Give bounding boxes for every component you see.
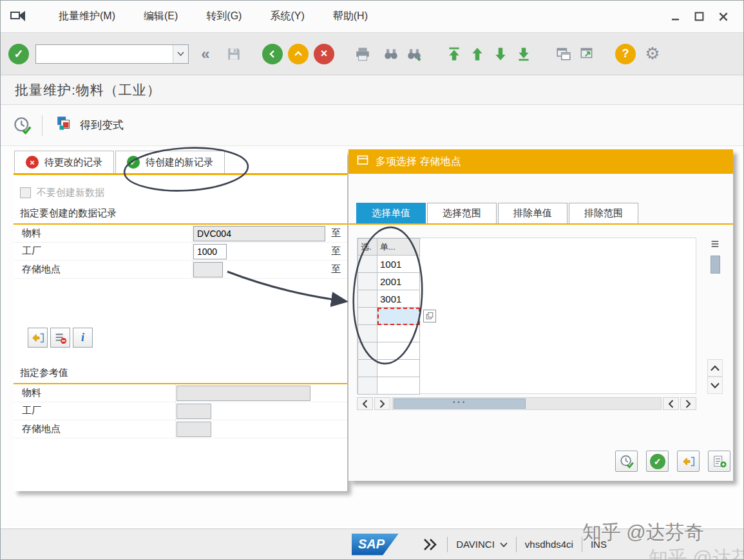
value-cell[interactable]: 3001 bbox=[377, 290, 420, 308]
tab-select-single-values[interactable]: 选择单值 bbox=[356, 203, 426, 223]
close-icon[interactable] bbox=[718, 11, 729, 23]
info-button[interactable]: i bbox=[73, 328, 93, 348]
row-selector-cell[interactable] bbox=[358, 308, 377, 325]
column-header-single-value[interactable]: 单... bbox=[377, 239, 420, 256]
row-selector-cell[interactable] bbox=[358, 377, 377, 395]
horizontal-scroll-track[interactable] bbox=[392, 397, 662, 410]
chevron-left-icon bbox=[362, 400, 368, 408]
menu-mass-maintenance[interactable]: 批量维护(M) bbox=[50, 6, 124, 27]
new-session-icon[interactable] bbox=[552, 42, 575, 66]
last-page-icon[interactable] bbox=[512, 42, 535, 66]
collapse-icon[interactable]: « bbox=[194, 42, 217, 66]
scroll-left-button-2[interactable] bbox=[663, 397, 679, 410]
menu-help[interactable]: 帮助(H) bbox=[324, 6, 377, 27]
dialog-multiple-selection-button[interactable] bbox=[677, 451, 700, 472]
maximize-icon[interactable] bbox=[694, 11, 705, 22]
enter-button[interactable]: ✓ bbox=[8, 44, 29, 64]
value-cell-focused[interactable] bbox=[377, 308, 420, 325]
ref-storage-location-label: 存储地点 bbox=[14, 420, 176, 438]
dialog-execute-button[interactable] bbox=[615, 451, 638, 472]
create-section-form: 物料 至 工厂 至 存储地点 至 bbox=[14, 225, 347, 279]
tab-exclude-ranges[interactable]: 排除范围 bbox=[569, 203, 638, 223]
toolbar-separator bbox=[42, 115, 43, 136]
back-button[interactable] bbox=[262, 44, 283, 64]
command-input[interactable] bbox=[36, 45, 173, 63]
row-selector-cell[interactable] bbox=[358, 290, 377, 308]
standard-toolbar: ✓ « × ? ⚙ bbox=[1, 33, 743, 75]
multiple-selection-icon bbox=[682, 454, 696, 469]
selection-table: 选. 单... 1001 2001 300 bbox=[358, 238, 421, 395]
column-header-select[interactable]: 选. bbox=[358, 239, 377, 256]
get-variant-button[interactable]: 得到变式 bbox=[50, 112, 129, 138]
row-selector-cell[interactable] bbox=[358, 342, 377, 360]
tab-select-ranges[interactable]: 选择范围 bbox=[427, 203, 497, 223]
value-cell[interactable] bbox=[377, 342, 420, 360]
row-selector-cell[interactable] bbox=[358, 256, 377, 273]
plant-field[interactable] bbox=[193, 244, 227, 259]
value-cell[interactable]: 1001 bbox=[377, 256, 420, 273]
ref-storage-location-field[interactable] bbox=[176, 422, 211, 437]
table-row-focused bbox=[358, 308, 421, 325]
tab-label: 待创建的新记录 bbox=[146, 156, 213, 169]
cancel-button[interactable]: × bbox=[314, 44, 334, 64]
no-new-data-checkbox[interactable] bbox=[20, 187, 31, 198]
row-selector-cell[interactable] bbox=[358, 360, 377, 377]
dialog-header[interactable]: 多项选择 存储地点 bbox=[348, 149, 733, 174]
vertical-scroll-thumb[interactable] bbox=[711, 256, 720, 274]
find-next-icon[interactable] bbox=[403, 42, 426, 66]
minimize-icon[interactable] bbox=[671, 12, 681, 22]
menubar: 批量维护(M) 编辑(E) 转到(G) 系统(Y) 帮助(H) bbox=[1, 1, 743, 33]
storage-location-label: 存储地点 bbox=[14, 261, 193, 278]
execute-icon[interactable] bbox=[11, 114, 34, 137]
page-up-icon[interactable] bbox=[466, 42, 489, 66]
value-cell[interactable] bbox=[377, 377, 420, 395]
form-row-ref-plant: 工厂 bbox=[14, 402, 347, 420]
tab-records-to-change[interactable]: × 待更改的记录 bbox=[14, 151, 114, 173]
table-header-row: 选. 单... bbox=[358, 239, 421, 256]
ref-plant-label: 工厂 bbox=[14, 402, 176, 420]
menu-system[interactable]: 系统(Y) bbox=[261, 6, 313, 27]
value-cell[interactable]: 2001 bbox=[377, 273, 420, 290]
screen-content: × 待更改的记录 ✓ 待创建的新记录 不要创建新数据 指定要创建的数据记录 物料… bbox=[1, 146, 743, 527]
scroll-up-button[interactable] bbox=[707, 359, 723, 377]
tab-new-records-to-create[interactable]: ✓ 待创建的新记录 bbox=[115, 151, 225, 173]
ref-plant-field[interactable] bbox=[176, 404, 211, 419]
row-selector-cell[interactable] bbox=[358, 273, 377, 290]
statusbar-expand-icon[interactable] bbox=[422, 538, 439, 551]
cell-value-help-button[interactable] bbox=[423, 310, 436, 322]
table-settings-button[interactable] bbox=[707, 238, 723, 250]
scroll-down-button[interactable] bbox=[707, 377, 723, 394]
first-page-icon[interactable] bbox=[443, 42, 466, 66]
multiple-selection-dialog: 多项选择 存储地点 选择单值 选择范围 排除单值 排除范围 选. 单... bbox=[348, 149, 733, 481]
tab-label: 待更改的记录 bbox=[44, 156, 102, 169]
row-selector-cell[interactable] bbox=[358, 325, 377, 342]
exit-button[interactable] bbox=[288, 44, 309, 64]
horizontal-scroll-thumb[interactable] bbox=[394, 398, 526, 409]
multiple-selection-button[interactable] bbox=[28, 328, 48, 348]
ref-material-field[interactable] bbox=[176, 386, 310, 401]
system-selector[interactable]: DAVINCI bbox=[456, 539, 508, 550]
scroll-right-button[interactable] bbox=[374, 397, 390, 410]
command-field bbox=[35, 44, 189, 64]
page-down-icon[interactable] bbox=[489, 42, 512, 66]
storage-location-field[interactable] bbox=[193, 262, 223, 277]
material-field[interactable] bbox=[193, 226, 325, 241]
value-cell[interactable] bbox=[377, 360, 420, 377]
save-icon[interactable] bbox=[222, 42, 245, 66]
scroll-left-button[interactable] bbox=[357, 397, 373, 410]
shortcut-icon[interactable] bbox=[575, 42, 598, 66]
window-system-icon[interactable] bbox=[10, 10, 26, 24]
customize-gear-icon[interactable]: ⚙ bbox=[641, 42, 664, 66]
menu-edit[interactable]: 编辑(E) bbox=[135, 6, 187, 27]
find-icon[interactable] bbox=[379, 42, 403, 66]
scroll-right-button-2[interactable] bbox=[680, 397, 696, 410]
help-button[interactable]: ? bbox=[615, 44, 636, 64]
dialog-confirm-button[interactable]: ✓ bbox=[646, 451, 669, 472]
dialog-paste-button[interactable] bbox=[708, 451, 730, 472]
delete-selection-button[interactable] bbox=[50, 328, 70, 348]
tab-exclude-single-values[interactable]: 排除单值 bbox=[498, 203, 568, 223]
menu-goto[interactable]: 转到(G) bbox=[197, 6, 251, 27]
value-cell[interactable] bbox=[377, 325, 420, 342]
print-icon[interactable] bbox=[351, 42, 374, 66]
command-dropdown-icon[interactable] bbox=[173, 45, 188, 63]
